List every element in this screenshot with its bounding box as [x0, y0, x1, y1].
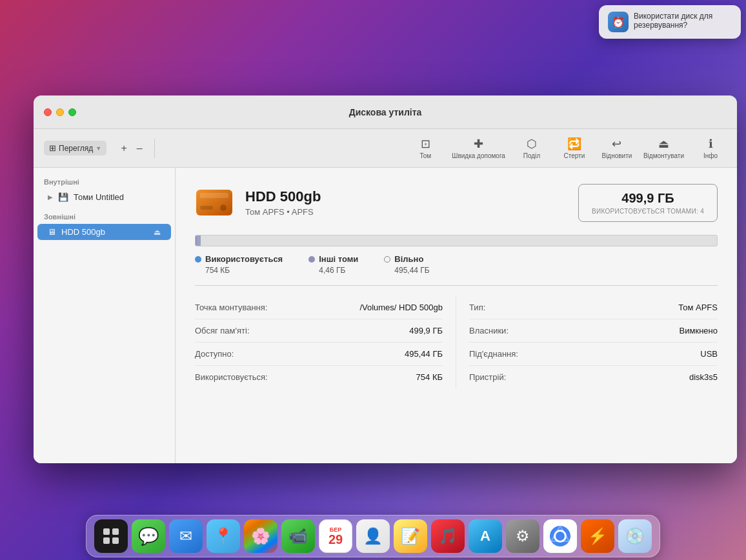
dock-icon-chrome[interactable]	[543, 519, 577, 553]
usage-bar-container: Використовується 754 КБ Інші томи 4,46 Г…	[195, 235, 718, 275]
type-value: Том APFS	[678, 303, 718, 312]
info-row-used: Використовується: 754 КБ	[195, 366, 443, 388]
dock-icon-messages[interactable]: 💬	[132, 519, 165, 553]
dock-icon-notes[interactable]: 📝	[394, 519, 427, 553]
info-column-right: Тип: Том APFS Власники: Вимкнено Під'єдн…	[456, 296, 718, 388]
dock-icon-music[interactable]: 🎵	[431, 519, 465, 553]
legend-used: Використовується 754 КБ	[195, 254, 283, 275]
disk-size-value: 499,9 ГБ	[592, 191, 704, 206]
legend-free-dot	[384, 256, 390, 263]
traffic-lights	[44, 108, 76, 116]
svg-rect-7	[112, 537, 119, 544]
owners-label: Власники:	[469, 326, 509, 335]
connection-label: Під'єднання:	[469, 349, 518, 359]
legend-used-dot	[195, 256, 201, 263]
dock-icon-appstore[interactable]: A	[469, 519, 502, 553]
toolbar-firstaid-action[interactable]: ✚ Швидка допомога	[452, 137, 505, 159]
svg-rect-5	[112, 528, 119, 535]
notification-banner[interactable]: ⏰ Використати диск для резервування?	[599, 5, 741, 39]
chrome-icon	[549, 525, 572, 548]
unmount-label: Відмонтувати	[643, 152, 684, 159]
view-label: Перегляд	[59, 144, 93, 153]
toolbar-volume-action[interactable]: ⊡ Том	[409, 137, 441, 159]
add-remove-section: + –	[117, 141, 146, 155]
sidebar-section-external: Зовнішні	[34, 210, 175, 223]
dock-icon-diskutil[interactable]: 💿	[618, 519, 652, 553]
toolbar-erase-action[interactable]: 🔁 Стерти	[558, 137, 590, 159]
grid-icon	[102, 527, 120, 545]
legend-free-header: Вільно	[384, 254, 429, 264]
disk-subtitle: Том APFS • APFS	[245, 207, 321, 217]
toolbar-unmount-action[interactable]: ⏏ Відмонтувати	[643, 137, 684, 159]
usage-bar-other	[196, 235, 201, 246]
sidebar-item-tomuntitled[interactable]: ▶ 💾 Томи Untitled	[37, 189, 171, 205]
legend-other-dot	[308, 256, 315, 263]
disk-size-badge: 499,9 ГБ Використовується томами: 4	[578, 184, 718, 222]
svg-point-10	[556, 532, 565, 541]
svg-rect-4	[103, 528, 110, 535]
used-label: Використовується:	[195, 372, 268, 382]
dock-icon-reeder[interactable]: ⚡	[581, 519, 614, 553]
dock-icon-maps[interactable]: 📍	[207, 519, 240, 553]
remove-volume-button[interactable]: –	[132, 141, 146, 155]
close-button[interactable]	[44, 108, 52, 116]
maximize-button[interactable]	[68, 108, 76, 116]
toolbar-partition-action[interactable]: ⬡ Поділ	[516, 137, 548, 159]
usage-bar-free	[201, 235, 717, 246]
dock-icon-calendar[interactable]: БЕР 29	[319, 519, 352, 553]
info-row-capacity: Обсяг пам'яті: 499,9 ГБ	[195, 319, 443, 343]
info-row-type: Тип: Том APFS	[469, 296, 718, 319]
disk-title-area: HDD 500gb Том APFS • APFS	[245, 188, 321, 217]
toolbar-info-action[interactable]: ℹ Інфо	[694, 137, 727, 159]
calendar-inner: БЕР 29	[319, 526, 352, 546]
info-row-available: Доступно: 495,44 ГБ	[195, 343, 443, 366]
view-button[interactable]: ⊞ Перегляд ▼	[44, 141, 106, 155]
owners-value: Вимкнено	[680, 326, 718, 335]
minimize-button[interactable]	[56, 108, 64, 116]
toolbar-restore-action[interactable]: ↩ Відновити	[601, 137, 633, 159]
messages-icon: 💬	[138, 526, 159, 546]
detail-pane: HDD 500gb Том APFS • APFS 499,9 ГБ Викор…	[176, 168, 737, 463]
dock-icon-mail[interactable]: ✉	[169, 519, 203, 553]
window-title: Дискова утиліта	[349, 107, 422, 117]
notes-icon: 📝	[401, 527, 420, 545]
appstore-icon: A	[480, 528, 490, 545]
legend-other-label: Інші томи	[319, 254, 358, 264]
dock-icon-settings[interactable]: ⚙	[506, 519, 539, 553]
restore-icon: ↩	[612, 137, 621, 151]
info-row-connection: Під'єднання: USB	[469, 343, 718, 366]
legend-used-label: Використовується	[205, 254, 283, 264]
toolbar: ⊞ Перегляд ▼ + – ⊡ Том ✚ Швидка допомога…	[34, 129, 737, 168]
contacts-icon: 👤	[363, 527, 383, 545]
hdd-icon: 🖥	[48, 227, 56, 237]
dock-icon-grid[interactable]	[94, 519, 128, 553]
info-icon: ℹ	[709, 137, 713, 151]
svg-rect-6	[103, 537, 110, 544]
music-icon: 🎵	[438, 527, 458, 545]
legend-used-header: Використовується	[195, 254, 283, 264]
photos-icon: 🌸	[251, 527, 270, 545]
erase-label: Стерти	[564, 152, 585, 159]
unmount-icon: ⏏	[658, 137, 669, 151]
main-content: Внутрішні ▶ 💾 Томи Untitled Зовнішні 🖥 H…	[34, 168, 737, 463]
legend-free: Вільно 495,44 ГБ	[384, 254, 429, 275]
mountpoint-value: /Volumes/ HDD 500gb	[359, 303, 443, 312]
sidebar-section-internal: Внутрішні	[34, 175, 175, 188]
disk-name: HDD 500gb	[245, 188, 321, 205]
dock-icon-photos[interactable]: 🌸	[244, 519, 277, 553]
dock-icon-facetime[interactable]: 📹	[281, 519, 315, 553]
dock-icon-contacts[interactable]: 👤	[356, 519, 390, 553]
disk-size-label: Використовується томами: 4	[592, 208, 704, 215]
add-volume-button[interactable]: +	[117, 141, 131, 155]
partition-label: Поділ	[523, 152, 540, 159]
title-bar-center: Дискова утиліта	[349, 107, 422, 117]
legend-other-value: 4,46 ГБ	[308, 266, 358, 275]
sidebar-item-hdd500gb[interactable]: 🖥 HDD 500gb ⏏	[37, 224, 171, 240]
eject-icon[interactable]: ⏏	[154, 228, 161, 237]
toolbar-separator	[154, 139, 155, 158]
sidebar-item-tomuntitled-label: Томи Untitled	[74, 192, 124, 202]
legend-free-value: 495,44 ГБ	[384, 266, 429, 275]
capacity-label: Обсяг пам'яті:	[195, 326, 250, 335]
info-column-left: Точка монтування: /Volumes/ HDD 500gb Об…	[195, 296, 456, 388]
device-value: disk3s5	[689, 372, 718, 382]
